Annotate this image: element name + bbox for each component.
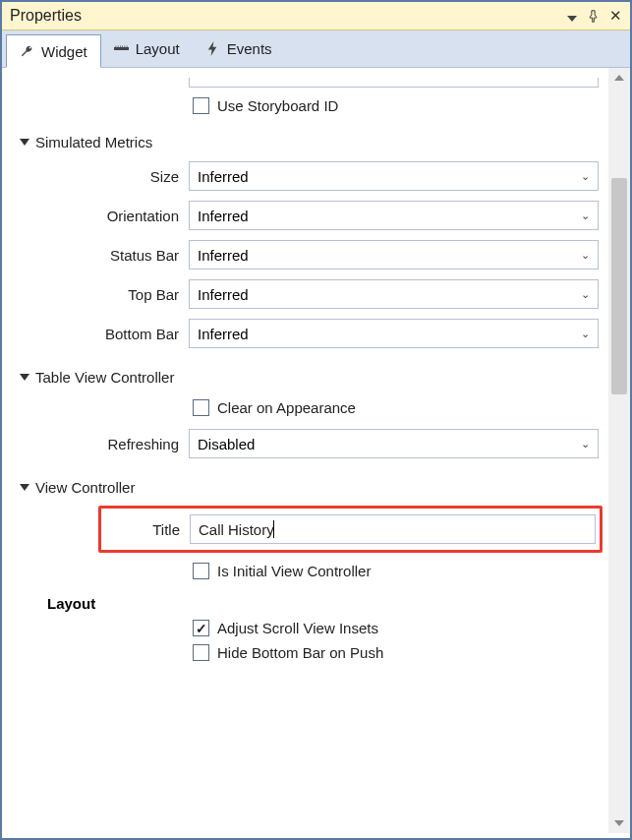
clear-on-appearance-checkbox[interactable] [193, 399, 209, 416]
use-storyboard-id-checkbox[interactable] [193, 97, 209, 114]
chevron-down-icon: ⌄ [581, 328, 590, 340]
title-input[interactable]: Call History [190, 514, 596, 544]
refreshing-select[interactable]: Disabled ⌄ [189, 429, 599, 458]
svg-rect-5 [124, 46, 125, 48]
panel-titlebar: Properties ✕ [2, 2, 630, 30]
vertical-scrollbar[interactable] [608, 68, 630, 833]
svg-rect-4 [122, 46, 123, 48]
chevron-down-icon: ⌄ [581, 170, 590, 183]
is-initial-vc-checkbox[interactable] [193, 563, 209, 579]
bottom-bar-select-value: Inferred [198, 326, 249, 342]
wrench-icon [20, 44, 34, 59]
hide-bottom-bar-label: Hide Bottom Bar on Push [217, 644, 383, 661]
top-bar-select-value: Inferred [198, 286, 249, 303]
is-initial-vc-label: Is Initial View Controller [217, 563, 371, 579]
chevron-down-icon: ⌄ [581, 249, 590, 262]
orientation-select-value: Inferred [198, 208, 249, 224]
titlebar-controls: ✕ [567, 7, 622, 25]
disclosure-icon [20, 374, 29, 381]
pin-icon[interactable] [587, 10, 600, 23]
section-table-vc-label: Table View Controller [35, 369, 174, 386]
layout-subheader: Layout [2, 583, 608, 616]
status-bar-select-value: Inferred [198, 247, 249, 264]
svg-rect-1 [115, 46, 116, 48]
properties-content: Use Storyboard ID Simulated Metrics Size… [2, 68, 608, 833]
scroll-down-icon[interactable] [608, 813, 630, 833]
title-row-highlight: Title Call History [98, 506, 603, 553]
adjust-scroll-insets-checkbox[interactable] [193, 620, 209, 636]
tab-layout-label: Layout [136, 40, 180, 57]
chevron-down-icon: ⌄ [581, 210, 590, 222]
top-bar-select[interactable]: Inferred ⌄ [189, 279, 599, 309]
title-label: Title [105, 521, 190, 538]
hide-bottom-bar-row: Hide Bottom Bar on Push [2, 640, 608, 665]
svg-rect-2 [117, 46, 118, 48]
svg-rect-6 [126, 46, 127, 48]
ruler-icon [114, 41, 129, 56]
is-initial-vc-row: Is Initial View Controller [2, 559, 608, 583]
tab-widget-label: Widget [41, 43, 87, 60]
use-storyboard-id-label: Use Storyboard ID [217, 97, 338, 114]
dropdown-icon[interactable] [567, 8, 577, 25]
hide-bottom-bar-checkbox[interactable] [193, 644, 209, 661]
tab-bar: Widget Layout Events [2, 30, 630, 68]
section-view-controller[interactable]: View Controller [2, 463, 608, 502]
adjust-scroll-insets-row: Adjust Scroll View Insets [2, 616, 608, 640]
close-icon[interactable]: ✕ [609, 7, 622, 25]
section-simulated-metrics[interactable]: Simulated Metrics [2, 118, 608, 156]
panel-body: Use Storyboard ID Simulated Metrics Size… [2, 68, 630, 833]
title-input-value: Call History [199, 521, 274, 538]
orientation-label: Orientation [2, 208, 189, 224]
top-bar-label: Top Bar [2, 286, 189, 303]
size-select-value: Inferred [198, 168, 249, 185]
clear-on-appearance-label: Clear on Appearance [217, 399, 356, 416]
use-storyboard-id-row: Use Storyboard ID [2, 93, 608, 118]
refreshing-label: Refreshing [2, 436, 189, 452]
section-simulated-metrics-label: Simulated Metrics [35, 134, 152, 150]
scroll-track[interactable] [608, 88, 630, 813]
panel-title: Properties [10, 7, 82, 25]
scroll-thumb[interactable] [611, 178, 627, 394]
disclosure-icon [20, 139, 29, 146]
bottom-bar-select[interactable]: Inferred ⌄ [189, 319, 599, 348]
tab-events[interactable]: Events [193, 30, 285, 67]
section-table-view-controller[interactable]: Table View Controller [2, 353, 608, 391]
tab-widget[interactable]: Widget [6, 34, 101, 68]
section-view-controller-label: View Controller [35, 479, 135, 496]
disclosure-icon [20, 484, 29, 491]
chevron-down-icon: ⌄ [581, 438, 590, 450]
status-bar-select[interactable]: Inferred ⌄ [189, 240, 599, 270]
clear-on-appearance-row: Clear on Appearance [2, 391, 608, 424]
size-select[interactable]: Inferred ⌄ [189, 161, 599, 191]
refreshing-select-value: Disabled [198, 436, 255, 452]
tab-events-label: Events [227, 40, 272, 57]
text-cursor-icon [273, 520, 274, 538]
orientation-select[interactable]: Inferred ⌄ [189, 201, 599, 230]
tab-layout[interactable]: Layout [101, 30, 193, 67]
svg-rect-3 [120, 46, 121, 48]
adjust-scroll-insets-label: Adjust Scroll View Insets [217, 620, 378, 636]
size-label: Size [2, 168, 189, 185]
status-bar-label: Status Bar [2, 247, 189, 264]
bottom-bar-label: Bottom Bar [2, 326, 189, 342]
scroll-up-icon[interactable] [608, 68, 630, 88]
lightning-icon [205, 41, 220, 56]
chevron-down-icon: ⌄ [581, 288, 590, 301]
